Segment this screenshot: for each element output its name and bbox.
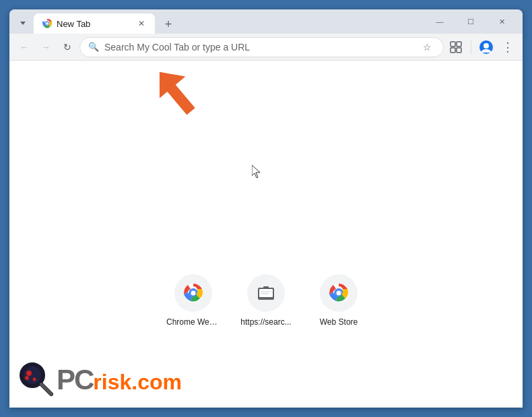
back-button[interactable]: ← [15,38,34,57]
svg-point-17 [191,291,196,296]
browser-window: New Tab ✕ + — ☐ ✕ ← → ↻ 🔍 Search My Cool… [9,9,523,408]
maximize-button[interactable]: ☐ [455,12,486,31]
svg-marker-0 [20,22,26,25]
shortcut-icon-search [247,274,285,312]
pcrisk-risk-text: risk [93,370,131,395]
omnibox[interactable]: 🔍 Search My Cool Tab or type a URL ☆ [79,37,444,57]
svg-point-30 [25,376,29,380]
tab-close-button[interactable]: ✕ [136,18,147,29]
content-area: Chrome Web... https://searc... [9,61,523,408]
tab-favicon [42,18,53,29]
shortcuts-row: Chrome Web... https://searc... [166,274,366,327]
svg-point-31 [33,378,36,381]
search-shortcut-icon [255,282,277,304]
mouse-cursor [252,165,263,182]
tab-strip-menu[interactable] [15,15,31,31]
shortcut-label-chrome-web: Chrome Web... [166,317,220,327]
svg-point-10 [484,43,489,49]
pcrisk-magnifier-icon [18,360,57,399]
toolbar-divider [471,40,471,54]
omnibox-search-icon: 🔍 [88,42,99,52]
minimize-button[interactable]: — [424,12,455,31]
shortcut-search[interactable]: https://searc... [239,274,293,327]
extensions-icon [450,41,462,53]
svg-marker-13 [252,165,260,178]
shortcut-chrome-web[interactable]: Chrome Web... [166,274,220,327]
toolbar: ← → ↻ 🔍 Search My Cool Tab or type a URL… [9,34,523,61]
pcrisk-text: PC risk . com [57,364,182,396]
title-bar: New Tab ✕ + — ☐ ✕ [9,9,523,34]
svg-rect-19 [259,289,273,297]
svg-point-28 [24,366,41,384]
shortcut-label-web-store: Web Store [312,317,366,327]
pcrisk-com-text: com [137,370,182,395]
pcrisk-logo: PC risk . com [18,360,182,399]
reload-button[interactable]: ↻ [58,38,77,57]
svg-rect-6 [457,42,461,46]
shortcut-icon-chrome-web [174,274,212,312]
pcrisk-pc-text: PC [57,364,93,396]
pcrisk-dot-text: . [131,370,137,395]
extensions-button[interactable] [446,38,465,57]
svg-rect-5 [451,42,455,46]
svg-point-26 [337,291,341,296]
close-button[interactable]: ✕ [486,12,517,31]
omnibox-placeholder-text: Search My Cool Tab or type a URL [104,42,413,53]
active-tab[interactable]: New Tab ✕ [34,13,155,34]
svg-rect-20 [263,286,269,289]
tab-group: New Tab ✕ + [15,13,178,34]
svg-rect-8 [457,48,461,53]
svg-rect-7 [451,48,455,53]
chrome-web-store-icon [182,282,204,304]
orange-arrow [151,64,211,134]
svg-point-29 [26,371,32,376]
shortcut-label-search: https://searc... [239,317,293,327]
window-controls: — ☐ ✕ [424,12,517,34]
tab-title: New Tab [57,19,132,29]
omnibox-right-icons: ☆ [419,39,435,55]
svg-line-33 [41,384,51,394]
shortcut-icon-web-store [320,274,358,312]
bookmark-star-button[interactable]: ☆ [419,39,435,55]
profile-button[interactable] [477,38,496,57]
profile-icon [479,40,494,55]
svg-point-4 [46,22,48,25]
forward-button[interactable]: → [36,38,55,57]
shortcut-web-store[interactable]: Web Store [312,274,366,327]
new-tab-button[interactable]: + [159,15,178,34]
web-store-icon [328,282,350,304]
menu-button[interactable]: ⋮ [498,38,517,57]
